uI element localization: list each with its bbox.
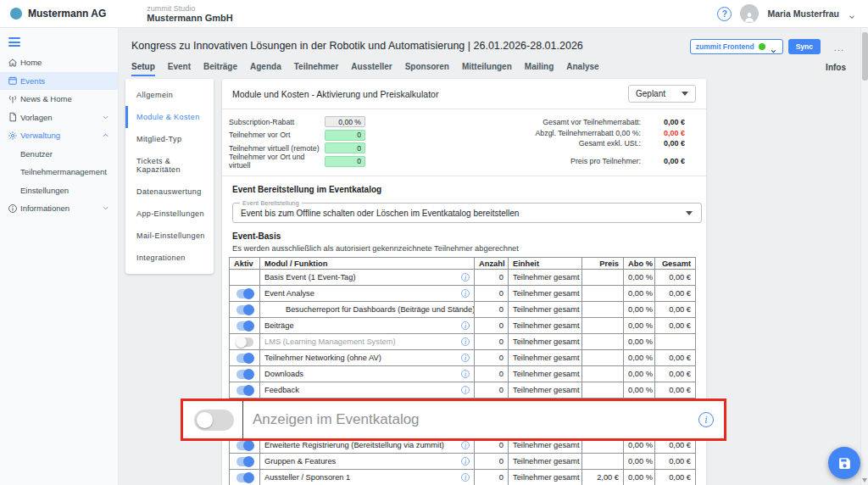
info-icon[interactable]: i [461, 473, 470, 482]
module-cell: LMS (Learning Management System)i [260, 334, 475, 350]
frontend-button[interactable]: zummit Frontend [690, 39, 783, 54]
module-label: Gruppen & Features [264, 457, 461, 465]
module-toggle[interactable] [236, 321, 253, 331]
module-toggle[interactable] [236, 354, 253, 363]
module-toggle[interactable] [236, 473, 253, 482]
setup-item-datenauswertung[interactable]: Datenauswertung [125, 181, 214, 203]
anzahl-cell: 0 [475, 286, 509, 302]
calc-field-input-subscription-rabatt[interactable] [325, 116, 365, 127]
company-name: Mustermann GmbH [147, 13, 232, 24]
tab-sponsoren[interactable]: Sponsoren [405, 62, 449, 76]
calc-field-label: Teilnehmer vor Ort [229, 131, 325, 139]
module-toggle[interactable] [236, 337, 253, 347]
module-cell: Aussteller / Sponsoren 1i [260, 470, 475, 485]
module-toggle[interactable] [236, 370, 253, 379]
event-tabs: SetupEventBeiträgeAgendaTeilnehmerAusste… [131, 62, 599, 76]
tab-teilnehmer[interactable]: Teilnehmer [294, 62, 339, 76]
sidebar-item-events[interactable]: Events [0, 72, 118, 91]
more-options-icon[interactable]: ... [834, 42, 844, 53]
gesamt-cell: 0,00 € [655, 454, 696, 470]
scroll-down-icon[interactable] [862, 478, 867, 482]
calc-field-input-teilnehmer-vor-ort[interactable] [325, 130, 365, 141]
gesamt-cell: 0,00 € [655, 318, 696, 334]
table-row: LMS (Learning Management System)i0Teilne… [230, 334, 696, 350]
tab-mitteilungen[interactable]: Mitteilungen [462, 62, 512, 76]
info-icon[interactable]: i [461, 386, 470, 394]
scrollbar[interactable] [860, 28, 868, 485]
info-icon[interactable]: i [461, 273, 470, 282]
sidebar-item-verwaltung[interactable]: Verwaltung [0, 126, 118, 145]
info-icon[interactable]: i [461, 441, 470, 449]
sidebar-item-benutzer[interactable]: Benutzer [0, 145, 118, 164]
module-toggle[interactable] [236, 386, 253, 395]
file-icon [8, 112, 18, 122]
module-toggle[interactable] [236, 457, 253, 466]
info-icon[interactable]: i [461, 457, 470, 465]
module-cell: Besucherreport für Dashboards (Beiträge … [260, 302, 475, 318]
help-icon[interactable]: ? [717, 7, 732, 21]
setup-item-mail-einstellungen[interactable]: Mail-Einstellungen [125, 225, 214, 247]
preis-cell: 2,00 € [582, 470, 624, 485]
info-icon[interactable]: i [698, 412, 714, 427]
module-table: AktivModul / FunktionAnzahlEinheitPreisA… [229, 257, 696, 485]
setup-item-tickets-kapazit-ten[interactable]: Tickets & Kapazitäten [125, 150, 214, 181]
sidebar-item-einstellungen[interactable]: Einstellungen [0, 181, 118, 200]
sidebar-item-vorlagen[interactable]: Vorlagen [0, 109, 118, 127]
bereitstellung-select[interactable]: Event Bereitstellung Event bis zum Offli… [232, 203, 702, 223]
info-icon[interactable]: i [461, 354, 470, 362]
setup-item-module-kosten[interactable]: Module & Kosten [125, 106, 214, 128]
tab-agenda[interactable]: Agenda [250, 62, 281, 76]
setup-item-app-einstellungen[interactable]: App-Einstellungen [125, 203, 214, 225]
calc-field-input-teilnehmer-virtuell-remote[interactable] [325, 142, 365, 153]
app-window: Mustermann AG zummit Studio Mustermann G… [0, 0, 868, 485]
abo-cell: 0,00 % [624, 286, 655, 302]
setup-item-allgemein[interactable]: Allgemein [125, 84, 214, 106]
preis-cell [582, 454, 624, 470]
einheit-cell: Teilnehmer gesamt [509, 350, 582, 366]
calc-field-row: Teilnehmer vor Ort und virtuell [229, 155, 424, 169]
module-cell: Downloadsi [260, 366, 475, 382]
einheit-cell: Teilnehmer gesamt [509, 366, 582, 382]
tab-aussteller[interactable]: Aussteller [351, 62, 392, 76]
sidebar-item-home[interactable]: Home [0, 53, 118, 72]
setup-item-integrationen[interactable]: Integrationen [125, 247, 214, 269]
module-toggle[interactable] [236, 305, 253, 315]
einheit-cell: Teilnehmer gesamt [509, 270, 582, 286]
calc-field-input-teilnehmer-vor-ort-und-virtuell[interactable] [325, 156, 365, 167]
sidebar-item-news-home[interactable]: News & Home [0, 90, 118, 109]
module-label: Erweiterte Registrierung (Bereitstellung… [264, 441, 461, 449]
abo-cell: 0,00 % [624, 270, 655, 286]
tab-mailing[interactable]: Mailing [525, 62, 554, 76]
infos-link[interactable]: Infos [826, 63, 846, 72]
tab-beitr-ge[interactable]: Beiträge [203, 62, 237, 76]
calc-field-label: Subscription-Rabatt [229, 118, 325, 126]
table-row: Gruppen & Featuresi0Teilnehmer gesamt0,0… [230, 454, 696, 470]
module-toggle[interactable] [236, 289, 253, 298]
setup-item-mitglied-typ[interactable]: Mitglied-Typ [125, 128, 214, 150]
save-button[interactable] [828, 447, 860, 479]
module-toggle[interactable] [236, 441, 253, 450]
info-icon[interactable]: i [461, 289, 470, 298]
info-icon[interactable]: i [461, 370, 470, 378]
status-select[interactable]: Geplant [628, 85, 696, 103]
tab-setup[interactable]: Setup [131, 62, 155, 76]
sync-button[interactable]: Sync [788, 39, 821, 54]
sidebar-item-informationen[interactable]: Informationen [0, 199, 118, 218]
preis-cell [582, 334, 624, 350]
module-label: Downloads [264, 370, 461, 378]
eventkatalog-toggle[interactable] [194, 410, 234, 431]
tab-analyse[interactable]: Analyse [566, 62, 598, 76]
preis-cell [582, 270, 624, 286]
gesamt-cell: 0,00 € [655, 350, 696, 366]
avatar[interactable] [740, 4, 759, 23]
scrollbar-thumb[interactable] [862, 32, 868, 81]
info-icon[interactable]: i [461, 321, 470, 330]
info-icon[interactable]: i [461, 337, 470, 346]
tab-event[interactable]: Event [168, 62, 191, 76]
menu-icon[interactable] [8, 37, 20, 47]
anzahl-cell: 0 [475, 270, 509, 286]
bereitstellung-select-value: Event bis zum Offline schalten oder Lösc… [241, 209, 519, 218]
sidebar-item-teilnehmermanagement[interactable]: Teilnehmermanagement [0, 163, 118, 181]
anzahl-cell: 0 [475, 454, 509, 470]
chevron-down-icon[interactable] [848, 9, 856, 18]
